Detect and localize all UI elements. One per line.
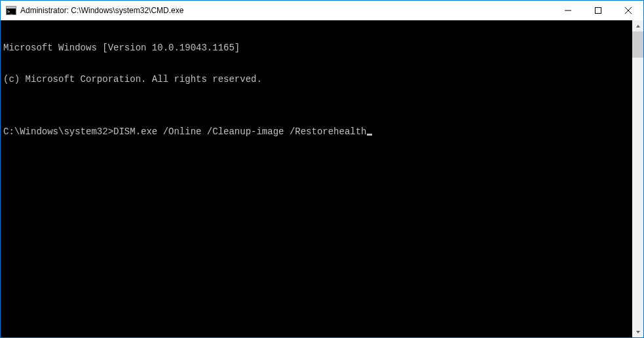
svg-marker-7 <box>636 25 640 28</box>
terminal-prompt-line: C:\Windows\system32>DISM.exe /Online /Cl… <box>3 126 632 137</box>
svg-rect-1 <box>7 7 16 9</box>
close-button[interactable] <box>613 1 643 20</box>
client-area: Microsoft Windows [Version 10.0.19043.11… <box>1 20 643 337</box>
text-cursor <box>367 134 372 136</box>
terminal[interactable]: Microsoft Windows [Version 10.0.19043.11… <box>1 20 632 337</box>
maximize-button[interactable] <box>583 1 613 20</box>
prompt-text: C:\Windows\system32> <box>3 126 113 137</box>
svg-text:>_: >_ <box>7 9 13 14</box>
window-title: Administrator: C:\Windows\system32\CMD.e… <box>20 6 553 15</box>
scroll-up-button[interactable] <box>632 20 643 31</box>
window-controls <box>553 1 643 20</box>
cmd-icon: >_ <box>6 5 16 16</box>
cmd-window: >_ Administrator: C:\Windows\system32\CM… <box>0 0 644 338</box>
svg-marker-8 <box>636 331 640 333</box>
command-text: DISM.exe /Online /Cleanup-image /Restore… <box>113 126 366 137</box>
svg-rect-4 <box>596 8 601 14</box>
scroll-thumb[interactable] <box>632 31 643 58</box>
minimize-button[interactable] <box>553 1 583 20</box>
terminal-line: (c) Microsoft Corporation. All rights re… <box>3 74 632 84</box>
scroll-down-button[interactable] <box>632 326 643 337</box>
terminal-line: Microsoft Windows [Version 10.0.19043.11… <box>3 43 632 53</box>
titlebar[interactable]: >_ Administrator: C:\Windows\system32\CM… <box>1 1 643 20</box>
vertical-scrollbar[interactable] <box>632 20 643 337</box>
